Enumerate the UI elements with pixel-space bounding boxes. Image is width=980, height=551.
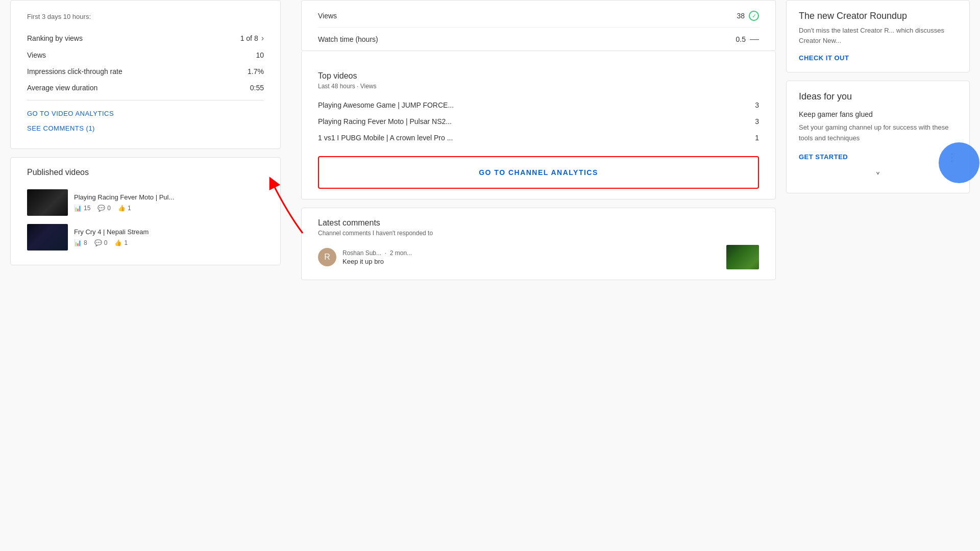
comment-text: Keep it up bro [342, 258, 720, 265]
likes-stat-racing: 👍 1 [118, 205, 131, 212]
comments-stat-racing: 💬 0 [97, 205, 111, 212]
watch-time-row: Watch time (hours) 0.5 — [318, 28, 759, 51]
comment-time: 2 mon... [390, 249, 412, 257]
ideas-card: Ideas for you Keep gamer fans glued Set … [786, 81, 970, 193]
channel-views-value-container: 38 ✓ [737, 11, 759, 21]
top-video-2-title: Playing Racing Fever Moto | Pulsar NS2..… [318, 117, 452, 126]
avatar-letter: R [324, 253, 330, 262]
commenter-info: Roshan Sub... · 2 mon... [342, 249, 720, 257]
video-item-fry: Fry Cry 4 | Nepali Stream 📊 8 💬 0 👍 1 [27, 220, 264, 255]
video-item-racing: Playing Racing Fever Moto | Pul... 📊 15 … [27, 185, 264, 220]
comments-title: Latest comments [318, 218, 759, 228]
ctr-value: 1.7% [248, 67, 264, 76]
published-videos-title: Published videos [27, 168, 264, 177]
latest-comments-card: Latest comments Channel comments I haven… [301, 208, 776, 280]
dash-icon: — [750, 34, 759, 44]
bar-chart-icon-2: 📊 [74, 239, 82, 246]
views-value: 10 [256, 51, 264, 59]
comments-subtitle: Channel comments I haven't responded to [318, 230, 759, 237]
check-it-out-button[interactable]: CHECK IT OUT [799, 54, 849, 62]
ranking-value: 1 of 8 › [240, 34, 264, 43]
top-video-3-title: 1 vs1 I PUBG Mobile | A crown level Pro … [318, 134, 453, 142]
channel-views-value: 38 [737, 12, 745, 20]
comment-item: R Roshan Sub... · 2 mon... Keep it up br… [318, 245, 759, 269]
top-videos-title: Top videos [318, 71, 759, 81]
views-row: Views 10 [27, 47, 264, 63]
views-label: Views [27, 51, 46, 59]
see-comments-link[interactable]: SEE COMMENTS (1) [27, 119, 264, 134]
views-stat-racing: 📊 15 [74, 205, 90, 212]
arrow-icon: › [261, 34, 264, 43]
comment-meta: Roshan Sub... · 2 mon... Keep it up bro [342, 249, 720, 265]
commenter-name: Roshan Sub... [342, 249, 381, 257]
ctr-row: Impressions click-through rate 1.7% [27, 63, 264, 80]
divider [27, 100, 264, 101]
top-video-2-count: 3 [755, 117, 759, 126]
top-videos-section: Top videos Last 48 hours · Views Playing… [318, 61, 759, 146]
creator-roundup-title: The new Creator Roundup [799, 11, 957, 21]
like-icon: 👍 [118, 205, 126, 212]
like-icon-2: 👍 [114, 239, 122, 246]
video-stats-fry: 📊 8 💬 0 👍 1 [74, 239, 264, 246]
commenter-avatar: R [318, 248, 336, 266]
stats-header: First 3 days 10 hours: [27, 13, 264, 20]
likes-stat-fry: 👍 1 [114, 239, 128, 246]
top-video-1-title: Playing Awesome Game | JUMP FORCE... [318, 101, 454, 109]
video-meta-racing: Playing Racing Fever Moto | Pul... 📊 15 … [74, 193, 264, 212]
views-stat-fry: 📊 8 [74, 239, 87, 246]
video-thumbnail-racing [27, 189, 68, 216]
expand-icon[interactable]: ˅ [799, 170, 957, 183]
bar-chart-icon: 📊 [74, 205, 82, 212]
comments-stat-fry: 💬 0 [94, 239, 108, 246]
video-stats-racing: 📊 15 💬 0 👍 1 [74, 205, 264, 212]
watch-time-value-container: 0.5 — [736, 34, 759, 44]
idea-item-desc: Set your gaming channel up for success w… [799, 122, 957, 144]
go-to-channel-analytics-button[interactable]: GO TO CHANNEL ANALYTICS [318, 156, 759, 189]
get-started-button[interactable]: GET STARTED [799, 153, 848, 161]
avg-duration-row: Average view duration 0:55 [27, 80, 264, 96]
watch-time-label: Watch time (hours) [318, 35, 378, 43]
video-title-fry: Fry Cry 4 | Nepali Stream [74, 228, 264, 237]
ranking-label: Ranking by views [27, 34, 83, 42]
top-video-3: 1 vs1 I PUBG Mobile | A crown level Pro … [318, 130, 759, 146]
blue-circle-decoration [939, 142, 979, 183]
ranking-row: Ranking by views 1 of 8 › [27, 30, 264, 47]
avg-duration-label: Average view duration [27, 84, 97, 92]
ideas-title: Ideas for you [799, 91, 957, 102]
top-video-1: Playing Awesome Game | JUMP FORCE... 3 [318, 97, 759, 113]
go-to-channel-analytics-container: GO TO CHANNEL ANALYTICS [318, 156, 759, 189]
video-thumbnail-fry [27, 224, 68, 251]
video-title-racing: Playing Racing Fever Moto | Pul... [74, 193, 264, 202]
channel-views-row: Views 38 ✓ [318, 5, 759, 28]
top-video-2: Playing Racing Fever Moto | Pulsar NS2..… [318, 113, 759, 130]
check-icon: ✓ [749, 11, 759, 21]
idea-footer: GET STARTED ⋮ [799, 152, 957, 162]
go-to-video-analytics-link[interactable]: GO TO VIDEO ANALYTICS [27, 105, 264, 119]
channel-views-label: Views [318, 12, 337, 20]
comment-video-thumb [726, 245, 759, 269]
top-video-3-count: 1 [755, 134, 759, 142]
watch-time-value: 0.5 [736, 35, 746, 43]
top-video-1-count: 3 [755, 101, 759, 109]
creator-roundup-desc: Don't miss the latest Creator R... which… [799, 26, 957, 45]
creator-roundup-card: The new Creator Roundup Don't miss the l… [786, 0, 970, 72]
comment-icon: 💬 [97, 205, 105, 212]
idea-item-title: Keep gamer fans glued [799, 110, 957, 118]
avg-duration-value: 0:55 [250, 84, 264, 92]
video-meta-fry: Fry Cry 4 | Nepali Stream 📊 8 💬 0 👍 1 [74, 228, 264, 247]
comment-icon-2: 💬 [94, 239, 102, 246]
top-videos-subtitle: Last 48 hours · Views [318, 83, 759, 90]
ctr-label: Impressions click-through rate [27, 67, 122, 76]
